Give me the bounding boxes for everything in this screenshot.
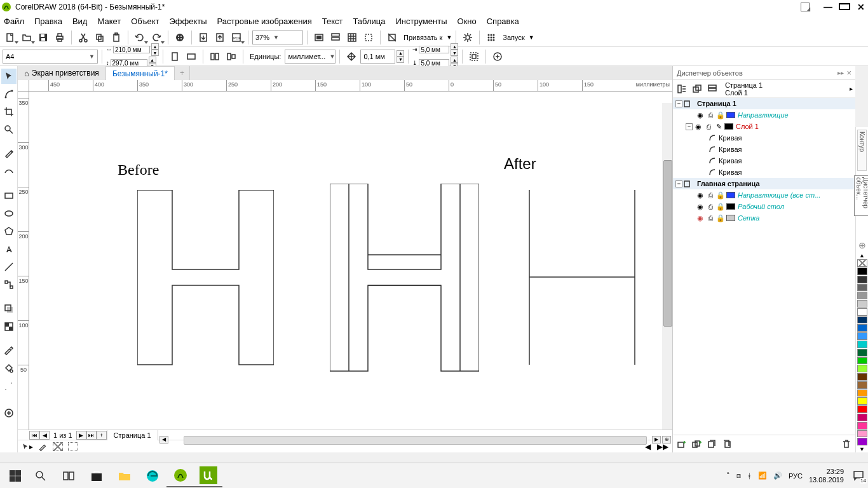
new-master-layer-even-button[interactable] xyxy=(721,438,734,451)
menu-effects[interactable]: Эффекты xyxy=(170,17,207,26)
menu-text[interactable]: Текст xyxy=(322,17,343,26)
menu-bitmaps[interactable]: Растровые изображения xyxy=(217,17,312,26)
units-combo[interactable]: миллимет...▼ xyxy=(285,50,336,64)
show-rulers-button[interactable] xyxy=(328,30,343,45)
artistic-media-tool[interactable] xyxy=(1,164,17,179)
edit-across-layers-button[interactable] xyxy=(691,83,703,95)
tray-clock[interactable]: 23:29 13.08.2019 xyxy=(809,468,846,484)
copy-button[interactable] xyxy=(92,30,107,45)
color-swatch[interactable] xyxy=(857,268,867,275)
add-page-button[interactable]: + xyxy=(97,431,107,440)
maximize-button[interactable] xyxy=(839,2,850,12)
layer-manager-view-button[interactable] xyxy=(706,83,719,95)
snap-to-label[interactable]: Привязать к xyxy=(403,34,442,41)
duplicate-distance[interactable]: ⇥▲▼ ⤓▲▼ xyxy=(412,43,458,69)
ellipse-tool[interactable] xyxy=(1,206,17,221)
parallel-dimension-tool[interactable] xyxy=(1,259,17,274)
delete-button[interactable] xyxy=(840,438,853,451)
menu-file[interactable]: Файл xyxy=(4,17,24,26)
contour-tab[interactable]: Контур xyxy=(857,130,867,171)
menu-view[interactable]: Вид xyxy=(72,17,88,26)
menu-layout[interactable]: Макет xyxy=(97,17,121,26)
page-dimensions[interactable]: ↔▲▼ ↕▲▼ xyxy=(106,43,159,69)
docker-title[interactable]: Диспетчер объектов ▸▸ × xyxy=(673,66,855,80)
snap-off-button[interactable] xyxy=(384,30,400,45)
cut-button[interactable] xyxy=(76,30,91,45)
quick-customize-button[interactable] xyxy=(1,405,17,421)
show-properties-button[interactable] xyxy=(675,83,688,95)
docker-flyout-icon[interactable]: ▸ xyxy=(850,85,853,92)
layer-color-swatch[interactable] xyxy=(726,112,735,118)
tray-dropbox-icon[interactable]: ⧈ xyxy=(736,471,741,480)
new-tab-button[interactable]: + xyxy=(175,66,190,80)
transparency-tool[interactable] xyxy=(1,319,17,334)
new-button[interactable] xyxy=(3,30,18,45)
tray-volume-icon[interactable]: 🔊 xyxy=(773,471,782,480)
export-button[interactable] xyxy=(212,30,227,45)
taskbar-edge-icon[interactable] xyxy=(139,464,166,487)
publish-pdf-button[interactable]: PDF xyxy=(229,30,244,45)
drop-shadow-tool[interactable] xyxy=(1,301,17,316)
page-size-combo[interactable]: A4▼ xyxy=(3,50,98,64)
printable-icon[interactable]: ⎙ xyxy=(706,111,715,119)
tray-notifications-icon[interactable]: 14 xyxy=(853,470,864,482)
taskbar-store-icon[interactable] xyxy=(83,464,111,487)
new-master-layer-odd-button[interactable] xyxy=(706,438,719,451)
launcher-label[interactable]: Запуск xyxy=(503,34,524,41)
tray-language[interactable]: РУС xyxy=(789,472,803,480)
options-button[interactable] xyxy=(460,30,475,45)
tray-up-icon[interactable]: ˄ xyxy=(726,471,730,480)
workspace-button[interactable] xyxy=(801,3,810,11)
menu-tools[interactable]: Инструменты xyxy=(395,17,447,26)
polygon-tool[interactable] xyxy=(1,224,17,239)
tray-wifi-icon[interactable]: 📶 xyxy=(758,471,767,480)
eyedropper-tool[interactable] xyxy=(1,343,17,358)
no-color-swatch[interactable] xyxy=(857,259,867,267)
redo-button[interactable] xyxy=(149,30,164,45)
prev-page-button[interactable]: ◀ xyxy=(39,431,50,440)
app-launcher-icon[interactable] xyxy=(484,30,499,45)
zoom-combo[interactable]: 37%▼ xyxy=(252,30,303,44)
page-tab[interactable]: Страница 1 xyxy=(107,430,158,440)
all-pages-button[interactable] xyxy=(207,49,222,64)
zoom-tool[interactable] xyxy=(1,122,17,137)
start-button[interactable] xyxy=(4,464,27,487)
import-button[interactable] xyxy=(196,30,211,45)
show-grid-button[interactable] xyxy=(344,30,360,45)
last-page-button[interactable]: ⏭ xyxy=(86,431,97,440)
taskbar-utorrent-icon[interactable] xyxy=(194,464,222,487)
menu-object[interactable]: Объект xyxy=(131,17,159,26)
paste-button[interactable] xyxy=(109,30,124,45)
treat-as-filled-button[interactable] xyxy=(466,49,482,64)
pick-tool[interactable] xyxy=(1,69,17,84)
ruler-horizontal[interactable]: 450 400 350 300 250 200 150 100 50 0 50 … xyxy=(18,80,672,92)
shape-tool[interactable] xyxy=(1,86,17,102)
first-page-button[interactable]: ⏮ xyxy=(29,431,39,440)
current-page-button[interactable] xyxy=(224,49,239,64)
show-guidelines-button[interactable] xyxy=(361,30,376,45)
search-button[interactable] xyxy=(27,464,55,487)
document-tab[interactable]: Безымянный-1* xyxy=(106,66,175,80)
rectangle-tool[interactable] xyxy=(1,188,17,203)
color-palette[interactable]: Контур Диспетчер объек... ⊕ ▲ ▼ xyxy=(855,127,868,452)
menu-edit[interactable]: Правка xyxy=(34,17,62,26)
fullscreen-preview-button[interactable] xyxy=(311,30,327,45)
cursor-info-icon[interactable]: ▸ xyxy=(22,442,33,452)
freehand-tool[interactable] xyxy=(1,146,17,161)
taskbar-coreldraw-icon[interactable] xyxy=(166,464,194,487)
connector-tool[interactable] xyxy=(1,277,17,292)
menu-table[interactable]: Таблица xyxy=(353,17,385,26)
new-master-layer-button[interactable] xyxy=(691,438,703,451)
object-manager-tab[interactable]: Диспетчер объек... xyxy=(854,175,869,217)
taskbar-explorer-icon[interactable] xyxy=(111,464,139,487)
add-preset-button[interactable] xyxy=(490,49,505,64)
tray-bluetooth-icon[interactable]: ᚼ xyxy=(747,472,752,480)
undo-button[interactable] xyxy=(132,30,147,45)
visibility-icon[interactable]: ◉ xyxy=(696,111,705,119)
search-content-button[interactable] xyxy=(172,30,187,45)
docker-close-icon[interactable]: × xyxy=(846,68,851,78)
ruler-vertical[interactable]: 350 300 250 200 150 100 50 xyxy=(18,92,29,430)
minimize-button[interactable]: — xyxy=(822,2,834,12)
crop-tool[interactable] xyxy=(1,104,17,119)
lock-icon[interactable]: 🔒 xyxy=(716,111,725,119)
